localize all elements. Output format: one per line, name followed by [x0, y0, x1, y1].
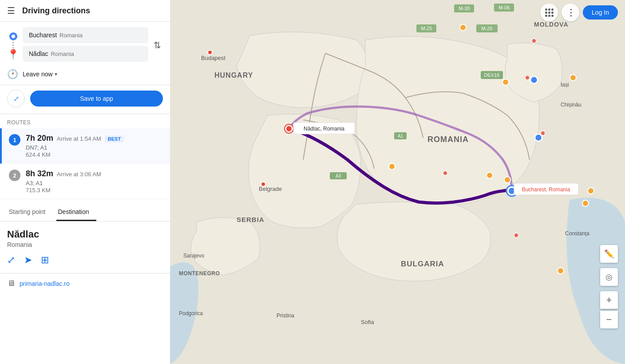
origin-dot-icon — [9, 32, 17, 40]
route-item-2[interactable]: 2 8h 32m Arrive at 3:06 AM A3; A1 715.3 … — [0, 164, 170, 199]
svg-point-41 — [532, 39, 536, 43]
svg-text:DEX16: DEX16 — [484, 72, 500, 78]
route-via-2: A3; A1 — [26, 180, 163, 186]
more-options-button[interactable]: ⋮ — [562, 4, 579, 21]
sidebar-header: ☰ Driving directions — [0, 0, 170, 22]
route-arrive-2: Arrive at 3:06 AM — [57, 171, 101, 178]
route-connector — [12, 42, 14, 48]
edit-map-button[interactable]: ✏️ — [600, 245, 618, 263]
zoom-in-button[interactable]: + — [600, 291, 618, 309]
location-inputs: Bucharest Romania Nădlac Romania — [23, 27, 148, 62]
origin-input[interactable]: Bucharest Romania — [23, 27, 148, 43]
svg-text:SERBIA: SERBIA — [237, 216, 265, 223]
login-button[interactable]: Log In — [583, 5, 618, 20]
menu-icon[interactable]: ☰ — [7, 5, 15, 16]
svg-text:BULGARIA: BULGARIA — [401, 260, 444, 268]
share-button[interactable]: ⤢ — [7, 90, 25, 107]
map-controls: ✏️ ◎ + − — [600, 245, 618, 328]
svg-rect-20 — [416, 24, 436, 32]
my-location-button[interactable]: ◎ — [600, 268, 618, 286]
svg-point-55 — [582, 200, 589, 206]
route-time-1: 7h 20m — [26, 134, 53, 143]
actions-row: ⤢ Save to app — [0, 85, 170, 114]
svg-text:M-26: M-26 — [481, 26, 492, 31]
svg-text:ROMANIA: ROMANIA — [427, 135, 469, 144]
svg-point-43 — [570, 75, 576, 81]
save-to-app-button[interactable]: Save to app — [30, 91, 163, 107]
route-number-1: 1 — [9, 134, 20, 146]
svg-point-50 — [443, 171, 447, 175]
svg-text:A1: A1 — [398, 134, 403, 138]
svg-point-48 — [535, 134, 542, 141]
tab-starting-point[interactable]: Starting point — [7, 203, 53, 221]
svg-rect-0 — [170, 0, 625, 364]
svg-text:Nădlac, Romania: Nădlac, Romania — [304, 126, 344, 132]
route-item-1[interactable]: 1 7h 20m Arrive at 1:54 AM BEST DN7; A1 … — [0, 128, 170, 164]
route-number-2: 2 — [9, 170, 20, 181]
svg-text:Budapest: Budapest — [201, 55, 225, 61]
route-time-2: 8h 32m — [26, 169, 53, 178]
website-row: 🖥 primaria-nadlac.ro — [0, 273, 170, 293]
svg-text:A3: A3 — [336, 174, 341, 178]
svg-point-52 — [514, 233, 518, 237]
svg-point-47 — [504, 177, 510, 183]
share-dest-icon[interactable]: ⤢ — [7, 254, 15, 266]
svg-rect-24 — [481, 71, 503, 79]
svg-point-36 — [285, 124, 293, 133]
svg-rect-38 — [293, 123, 355, 134]
sidebar: ☰ Driving directions 📍 Bucharest Romania… — [0, 0, 170, 364]
svg-rect-34 — [514, 183, 578, 195]
route-km-1: 624.4 KM — [26, 151, 163, 158]
svg-point-49 — [530, 76, 538, 83]
directions-icon[interactable]: ➤ — [24, 254, 32, 266]
swap-button[interactable]: ⇅ — [152, 38, 163, 52]
chevron-down-icon: ▾ — [55, 71, 57, 77]
dest-action-icons: ⤢ ➤ ⊞ — [7, 254, 163, 266]
route-km-2: 715.3 KM — [26, 187, 163, 194]
website-link[interactable]: primaria-nadlac.ro — [20, 280, 70, 287]
monitor-icon: 🖥 — [7, 279, 15, 288]
map-area: HUNGARY ROMANIA SERBIA BULGARIA MOLDOVA … — [170, 0, 625, 364]
svg-point-31 — [261, 182, 265, 186]
svg-rect-28 — [394, 132, 407, 139]
depart-row: 🕐 Leave now ▾ — [0, 65, 170, 85]
svg-text:MONTENEGRO: MONTENEGRO — [179, 270, 220, 277]
share-icon: ⤢ — [13, 95, 19, 103]
svg-text:Sarajevo: Sarajevo — [183, 253, 205, 259]
svg-point-37 — [286, 126, 292, 131]
svg-text:Belgrade: Belgrade — [259, 186, 282, 192]
depart-button[interactable]: Leave now ▾ — [23, 71, 57, 78]
pencil-icon: ✏️ — [604, 249, 614, 259]
svg-point-45 — [389, 163, 395, 170]
svg-point-54 — [588, 188, 594, 194]
tab-destination[interactable]: Destination — [56, 203, 96, 221]
svg-rect-22 — [476, 24, 498, 32]
svg-text:M-25: M-25 — [421, 26, 432, 31]
svg-text:Pristina: Pristina — [277, 313, 294, 319]
route-via-1: DN7; A1 — [26, 144, 163, 151]
grid-view-icon[interactable]: ⊞ — [41, 254, 49, 266]
svg-rect-26 — [330, 172, 347, 179]
dest-country-name: Romania — [7, 241, 163, 248]
svg-text:Iași: Iași — [561, 82, 569, 88]
route-details-1: 7h 20m Arrive at 1:54 AM BEST DN7; A1 62… — [26, 134, 163, 158]
destination-info: Nădlac Romania ⤢ ➤ ⊞ — [0, 222, 170, 273]
google-apps-button[interactable] — [540, 4, 558, 21]
svg-point-30 — [208, 50, 212, 55]
svg-point-32 — [506, 186, 517, 196]
best-badge: BEST — [105, 135, 124, 142]
route-details-2: 8h 32m Arrive at 3:06 AM A3; A1 715.3 KM — [26, 169, 163, 194]
route-icons: 📍 — [7, 27, 19, 59]
routes-label: Routes — [0, 114, 170, 128]
svg-point-40 — [460, 24, 466, 31]
inputs-section: 📍 Bucharest Romania Nădlac Romania ⇅ — [0, 22, 170, 65]
svg-text:Sofia: Sofia — [361, 319, 374, 325]
svg-point-44 — [541, 131, 545, 135]
svg-point-51 — [525, 75, 530, 80]
zoom-out-button[interactable]: − — [600, 311, 618, 328]
clock-icon: 🕐 — [7, 69, 18, 79]
svg-text:Chișinău: Chișinău — [561, 102, 581, 108]
svg-point-46 — [487, 172, 493, 178]
map-topbar: ⋮ Log In — [170, 0, 625, 25]
destination-input[interactable]: Nădlac Romania — [23, 46, 148, 62]
